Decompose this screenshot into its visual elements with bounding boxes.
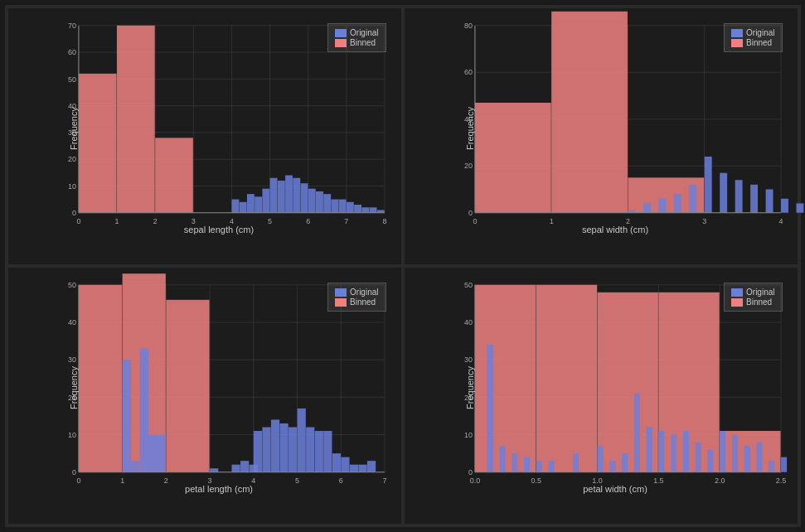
svg-rect-50 (323, 194, 331, 213)
legend: Original Binned (724, 23, 782, 52)
legend-original-label: Original (746, 28, 774, 37)
svg-rect-95 (796, 203, 803, 212)
svg-rect-205 (744, 446, 749, 472)
y-axis-label: Frequency (68, 366, 78, 409)
legend-original: Original (335, 288, 378, 297)
svg-rect-132 (131, 461, 139, 472)
svg-rect-45 (285, 176, 293, 213)
legend-binned-label: Binned (350, 297, 376, 307)
svg-rect-153 (366, 461, 375, 472)
x-axis-label: sepal width (cm) (582, 225, 648, 235)
svg-rect-181 (474, 285, 535, 472)
chart-sepal-width: Frequency02040608001234sepal width (cm) … (405, 8, 798, 264)
legend-original-color (731, 29, 743, 37)
legend-original-label: Original (746, 288, 774, 297)
legend-original-label: Original (350, 288, 378, 297)
svg-rect-201 (695, 443, 701, 472)
svg-rect-140 (253, 431, 261, 472)
svg-rect-48 (308, 189, 315, 213)
svg-text:20: 20 (67, 155, 75, 163)
svg-text:80: 80 (463, 22, 472, 30)
svg-rect-47 (300, 183, 308, 213)
svg-text:10: 10 (463, 430, 472, 438)
svg-text:0.0: 0.0 (469, 476, 479, 484)
svg-text:5: 5 (295, 476, 299, 484)
svg-text:1: 1 (114, 216, 119, 225)
svg-text:5: 5 (268, 216, 272, 225)
svg-rect-208 (781, 457, 787, 472)
svg-rect-188 (512, 453, 517, 472)
svg-rect-131 (122, 360, 130, 472)
legend-original: Original (731, 288, 774, 297)
svg-rect-152 (358, 465, 366, 472)
svg-rect-42 (262, 189, 269, 213)
svg-rect-41 (255, 196, 262, 212)
svg-rect-43 (269, 178, 277, 213)
x-axis-label: sepal length (cm) (184, 225, 254, 235)
chart-area-sepal-length: Frequency010203040506070012345678sepal l… (46, 17, 393, 239)
svg-text:2: 2 (153, 216, 157, 225)
svg-rect-182 (536, 285, 596, 472)
svg-rect-134 (148, 435, 157, 472)
svg-text:6: 6 (306, 216, 310, 225)
svg-rect-91 (735, 180, 742, 213)
svg-rect-148 (323, 431, 332, 472)
svg-rect-89 (704, 157, 711, 213)
svg-rect-186 (487, 345, 492, 472)
svg-rect-187 (499, 446, 505, 472)
svg-text:60: 60 (67, 48, 75, 56)
svg-rect-184 (658, 293, 719, 472)
svg-rect-94 (781, 199, 788, 213)
legend-binned-label: Binned (746, 297, 772, 307)
svg-text:4: 4 (778, 216, 783, 225)
chart-petal-length: Frequency0102030405001234567petal length… (8, 268, 401, 524)
svg-rect-49 (315, 191, 322, 213)
chart-area-sepal-width: Frequency02040608001234sepal width (cm) … (442, 17, 789, 239)
y-axis-label: Frequency (68, 107, 78, 150)
svg-text:7: 7 (344, 216, 348, 225)
svg-rect-151 (349, 465, 357, 472)
svg-rect-37 (155, 138, 193, 212)
svg-rect-195 (622, 453, 628, 472)
svg-rect-87 (673, 194, 681, 213)
svg-text:0: 0 (71, 468, 75, 476)
svg-rect-82 (551, 12, 628, 213)
legend: Original Binned (724, 283, 782, 312)
svg-text:30: 30 (463, 355, 472, 364)
svg-rect-136 (210, 468, 218, 472)
x-axis-label: petal width (cm) (583, 484, 647, 494)
svg-rect-128 (78, 285, 121, 472)
svg-rect-56 (369, 207, 376, 212)
svg-rect-135 (157, 435, 165, 472)
svg-text:10: 10 (67, 430, 75, 438)
svg-rect-203 (720, 431, 725, 472)
legend: Original Binned (327, 23, 386, 52)
svg-rect-52 (338, 200, 346, 213)
legend-binned: Binned (335, 38, 378, 47)
legend: Original Binned (327, 283, 386, 312)
svg-text:30: 30 (67, 355, 75, 364)
svg-text:2.0: 2.0 (714, 476, 724, 484)
svg-rect-147 (314, 431, 322, 472)
svg-rect-189 (523, 457, 529, 472)
svg-rect-194 (609, 461, 615, 472)
svg-rect-53 (346, 202, 353, 213)
svg-rect-44 (277, 181, 284, 213)
svg-text:8: 8 (382, 216, 386, 225)
svg-rect-207 (769, 461, 774, 472)
svg-text:40: 40 (463, 318, 472, 326)
svg-text:0: 0 (71, 209, 75, 217)
legend-original: Original (335, 28, 378, 37)
legend-original: Original (731, 28, 774, 37)
svg-rect-38 (231, 200, 239, 213)
chart-area-petal-width: Frequency010203040500.00.51.01.52.02.5pe… (442, 276, 789, 499)
legend-binned-color (335, 298, 347, 307)
svg-rect-92 (750, 185, 758, 213)
svg-rect-141 (262, 427, 270, 472)
svg-rect-55 (361, 207, 369, 212)
svg-text:0: 0 (468, 209, 472, 217)
svg-text:1: 1 (549, 216, 553, 225)
charts-container: Frequency010203040506070012345678sepal l… (5, 5, 801, 527)
svg-text:70: 70 (67, 22, 75, 30)
svg-text:6: 6 (338, 476, 342, 484)
